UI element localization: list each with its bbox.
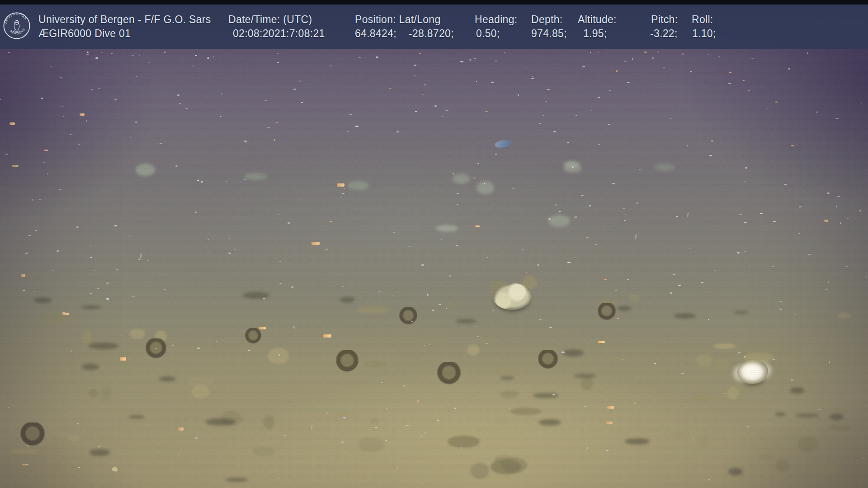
sediment-stone: [10, 449, 39, 454]
marine-snow-particle: [106, 282, 109, 284]
marine-snow-particle: [132, 296, 135, 298]
marine-snow-particle: [177, 94, 180, 96]
field-value: 02:08:2021:7:08:21: [233, 27, 325, 40]
marine-snow-particle: [283, 435, 287, 436]
marine-snow-particle: [35, 230, 37, 231]
marine-snow-particle: [71, 413, 72, 413]
pale-rock: [244, 173, 267, 180]
marine-snow-particle: [861, 103, 862, 104]
marine-snow-particle: [397, 467, 398, 469]
sediment-stone: [82, 330, 92, 344]
field-label: Position: Lat/Long: [355, 13, 441, 26]
marine-snow-particle: [553, 131, 556, 132]
marine-snow-particle: [460, 61, 463, 62]
marine-snow-particle: [138, 259, 140, 260]
marine-snow-particle: [692, 245, 694, 246]
marine-snow-particle: [608, 124, 610, 125]
sediment-stone: [263, 415, 274, 429]
marine-snow-particle: [780, 301, 782, 302]
marine-snow-particle: [392, 296, 394, 296]
amber-glint: [62, 313, 69, 315]
stone-shadow: [242, 292, 270, 299]
marine-snow-particle: [376, 56, 378, 58]
marine-snow-particle: [208, 239, 208, 240]
marine-snow-particle: [549, 327, 552, 328]
marine-snow-particle: [673, 274, 675, 275]
marine-snow-particle: [745, 181, 746, 182]
marine-snow-particle: [826, 289, 828, 290]
marine-snow-particle: [389, 88, 392, 89]
marine-snow-particle: [87, 52, 89, 53]
sea-urchin: [538, 350, 558, 370]
pale-rock: [548, 215, 570, 227]
marine-snow-particle: [681, 373, 684, 374]
sediment-stone: [727, 387, 739, 399]
sea-urchin: [245, 328, 261, 344]
marine-snow-particle: [114, 470, 117, 471]
pale-rock: [136, 164, 155, 176]
marine-snow-particle: [581, 195, 583, 196]
marine-snow-particle: [775, 101, 778, 103]
marine-snow-particle: [344, 188, 345, 189]
marine-snow-particle: [723, 393, 726, 394]
amber-glint: [9, 122, 15, 125]
field-label: Roll:: [692, 13, 713, 26]
sediment-stone: [495, 291, 525, 301]
marine-snow-particle: [572, 166, 573, 168]
marine-snow-particle: [663, 67, 665, 68]
marine-snow-particle: [654, 363, 656, 364]
sediment-stone: [500, 390, 519, 399]
marine-snow-particle: [617, 318, 619, 319]
marine-snow-particle: [330, 458, 331, 460]
marine-snow-particle: [745, 167, 747, 168]
amber-glint: [80, 113, 84, 116]
marine-snow-particle: [434, 105, 437, 107]
blue-shard: [495, 138, 513, 149]
marine-snow-particle: [330, 221, 332, 222]
marine-snow-particle: [172, 345, 175, 346]
stone-shadow: [34, 297, 52, 303]
marine-snow-particle: [28, 235, 31, 236]
marine-snow-particle: [185, 108, 188, 109]
marine-snow-particle: [609, 90, 611, 91]
marine-snow-particle: [229, 238, 230, 239]
marine-snow-particle: [689, 249, 691, 249]
seafloor-video: [0, 0, 868, 488]
marine-snow-particle: [417, 400, 419, 402]
marine-snow-particle: [791, 380, 793, 381]
sea-urchin: [20, 422, 45, 447]
amber-glint: [259, 327, 267, 329]
marine-snow-particle: [59, 189, 61, 190]
marine-snow-particle: [567, 262, 571, 263]
marine-snow-particle: [687, 145, 688, 146]
marine-snow-particle: [612, 183, 615, 184]
marine-snow-particle: [791, 145, 794, 146]
stone-shadow: [625, 438, 649, 445]
marine-snow-particle: [279, 283, 282, 284]
org-name: University of Bergen - F/F G.O. Sars: [38, 13, 211, 26]
marine-snow-particle: [288, 222, 290, 224]
marine-snow-particle: [799, 206, 802, 207]
marine-snow-particle: [408, 246, 410, 247]
sediment-stone: [470, 463, 489, 479]
marine-snow-particle: [419, 53, 421, 54]
sediment-stone: [220, 411, 242, 426]
top-black-strip: [0, 0, 868, 5]
sediment-stone: [837, 313, 852, 319]
marine-snow-particle: [531, 78, 534, 80]
marine-snow-particle: [179, 103, 181, 104]
stone-shadow: [82, 305, 101, 309]
marine-snow-particle: [437, 420, 440, 421]
marine-snow-particle: [590, 110, 592, 111]
marine-snow-particle: [8, 52, 10, 53]
stone-shadow: [225, 478, 248, 482]
marine-snow-particle: [708, 479, 710, 480]
marine-snow-particle: [175, 165, 177, 167]
marine-snow-particle: [131, 55, 134, 56]
marine-snow-particle: [456, 245, 458, 246]
marine-snow-particle: [473, 178, 476, 178]
marine-snow-particle: [414, 65, 416, 66]
marine-snow-particle: [375, 427, 377, 428]
marine-snow-particle: [772, 266, 774, 267]
marine-snow-particle: [532, 254, 533, 255]
